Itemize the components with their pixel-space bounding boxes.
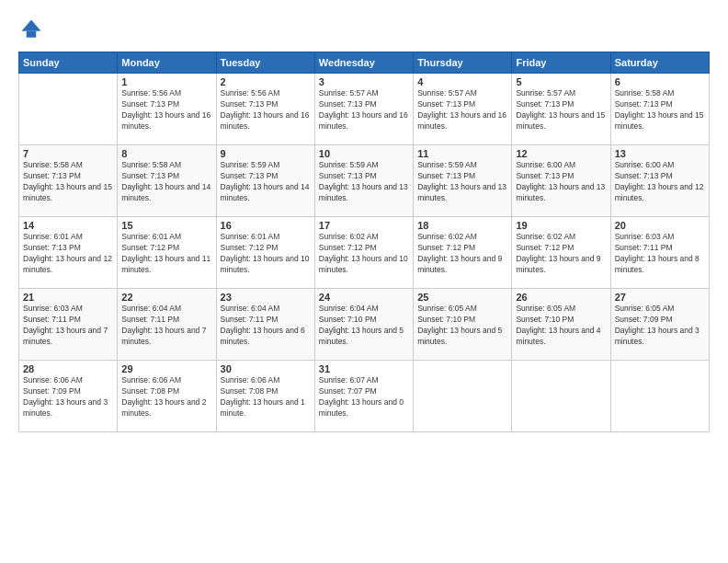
day-number: 17 — [319, 220, 409, 231]
day-number: 2 — [221, 76, 311, 87]
day-number: 31 — [319, 363, 409, 374]
day-info: Sunrise: 5:58 AMSunset: 7:13 PMDaylight:… — [615, 88, 704, 131]
day-number: 29 — [121, 363, 211, 374]
day-info: Sunrise: 5:59 AMSunset: 7:13 PMDaylight:… — [319, 160, 408, 202]
calendar-cell: 28 Sunrise: 6:06 AMSunset: 7:09 PMDaylig… — [19, 361, 118, 432]
calendar-cell: 15 Sunrise: 6:01 AMSunset: 7:12 PMDaylig… — [118, 217, 216, 289]
calendar-cell: 7 Sunrise: 5:58 AMSunset: 7:13 PMDayligh… — [19, 145, 118, 217]
calendar-cell: 20 Sunrise: 6:03 AMSunset: 7:11 PMDaylig… — [610, 217, 709, 289]
day-info: Sunrise: 6:00 AMSunset: 7:13 PMDaylight:… — [615, 160, 704, 202]
day-info: Sunrise: 6:03 AMSunset: 7:11 PMDaylight:… — [23, 304, 108, 346]
calendar-cell: 6 Sunrise: 5:58 AMSunset: 7:13 PMDayligh… — [610, 74, 709, 145]
calendar-cell: 24 Sunrise: 6:04 AMSunset: 7:10 PMDaylig… — [314, 289, 413, 361]
calendar-week-2: 7 Sunrise: 5:58 AMSunset: 7:13 PMDayligh… — [19, 145, 710, 217]
weekday-header-monday: Monday — [118, 52, 216, 74]
calendar-cell: 29 Sunrise: 6:06 AMSunset: 7:08 PMDaylig… — [118, 361, 216, 432]
day-info: Sunrise: 6:04 AMSunset: 7:11 PMDaylight:… — [221, 304, 305, 346]
day-info: Sunrise: 5:57 AMSunset: 7:13 PMDaylight:… — [319, 88, 408, 131]
day-info: Sunrise: 6:01 AMSunset: 7:12 PMDaylight:… — [221, 232, 310, 274]
calendar-cell — [19, 74, 118, 145]
day-number: 4 — [417, 76, 507, 87]
calendar-cell: 19 Sunrise: 6:02 AMSunset: 7:12 PMDaylig… — [512, 217, 610, 289]
day-info: Sunrise: 6:03 AMSunset: 7:11 PMDaylight:… — [615, 232, 700, 274]
day-number: 19 — [516, 220, 606, 231]
day-number: 9 — [221, 148, 311, 159]
day-info: Sunrise: 6:06 AMSunset: 7:08 PMDaylight:… — [121, 375, 206, 418]
day-info: Sunrise: 6:01 AMSunset: 7:13 PMDaylight:… — [23, 232, 112, 274]
day-number: 12 — [516, 148, 606, 159]
calendar-cell: 4 Sunrise: 5:57 AMSunset: 7:13 PMDayligh… — [414, 74, 512, 145]
day-number: 22 — [121, 292, 211, 303]
day-info: Sunrise: 5:59 AMSunset: 7:13 PMDaylight:… — [221, 160, 310, 202]
day-number: 30 — [221, 363, 311, 374]
day-number: 14 — [23, 220, 113, 231]
logo-icon — [18, 17, 44, 42]
day-number: 5 — [516, 76, 606, 87]
day-info: Sunrise: 5:57 AMSunset: 7:13 PMDaylight:… — [516, 88, 605, 131]
day-info: Sunrise: 6:01 AMSunset: 7:12 PMDaylight:… — [121, 232, 210, 274]
calendar-cell: 27 Sunrise: 6:05 AMSunset: 7:09 PMDaylig… — [610, 289, 709, 361]
calendar-cell: 14 Sunrise: 6:01 AMSunset: 7:13 PMDaylig… — [19, 217, 118, 289]
day-number: 10 — [319, 148, 409, 159]
day-info: Sunrise: 6:06 AMSunset: 7:08 PMDaylight:… — [221, 375, 305, 418]
day-info: Sunrise: 5:58 AMSunset: 7:13 PMDaylight:… — [23, 160, 112, 202]
calendar-week-4: 21 Sunrise: 6:03 AMSunset: 7:11 PMDaylig… — [19, 289, 710, 361]
day-info: Sunrise: 6:05 AMSunset: 7:09 PMDaylight:… — [615, 304, 700, 346]
day-info: Sunrise: 6:02 AMSunset: 7:12 PMDaylight:… — [516, 232, 600, 274]
day-info: Sunrise: 6:00 AMSunset: 7:13 PMDaylight:… — [516, 160, 605, 202]
day-number: 28 — [23, 363, 113, 374]
weekday-header-wednesday: Wednesday — [314, 52, 413, 74]
day-number: 7 — [23, 148, 113, 159]
weekday-header-saturday: Saturday — [610, 52, 709, 74]
svg-rect-1 — [27, 31, 37, 38]
weekday-header-row: SundayMondayTuesdayWednesdayThursdayFrid… — [19, 52, 710, 74]
day-number: 21 — [23, 292, 113, 303]
day-info: Sunrise: 6:04 AMSunset: 7:11 PMDaylight:… — [121, 304, 206, 346]
day-info: Sunrise: 5:58 AMSunset: 7:13 PMDaylight:… — [121, 160, 210, 202]
day-number: 3 — [319, 76, 409, 87]
calendar-cell: 21 Sunrise: 6:03 AMSunset: 7:11 PMDaylig… — [19, 289, 118, 361]
day-info: Sunrise: 6:04 AMSunset: 7:10 PMDaylight:… — [319, 304, 404, 346]
calendar-cell: 11 Sunrise: 5:59 AMSunset: 7:13 PMDaylig… — [414, 145, 512, 217]
day-number: 1 — [121, 76, 211, 87]
calendar-cell: 30 Sunrise: 6:06 AMSunset: 7:08 PMDaylig… — [216, 361, 314, 432]
calendar-cell: 3 Sunrise: 5:57 AMSunset: 7:13 PMDayligh… — [314, 74, 413, 145]
calendar-cell — [512, 361, 610, 432]
day-number: 27 — [615, 292, 705, 303]
day-info: Sunrise: 6:02 AMSunset: 7:12 PMDaylight:… — [319, 232, 408, 274]
day-info: Sunrise: 6:05 AMSunset: 7:10 PMDaylight:… — [417, 304, 502, 346]
weekday-header-sunday: Sunday — [19, 52, 118, 74]
calendar-week-5: 28 Sunrise: 6:06 AMSunset: 7:09 PMDaylig… — [19, 361, 710, 432]
day-number: 11 — [417, 148, 507, 159]
day-info: Sunrise: 5:56 AMSunset: 7:13 PMDaylight:… — [121, 88, 210, 131]
day-info: Sunrise: 5:57 AMSunset: 7:13 PMDaylight:… — [417, 88, 506, 131]
day-number: 15 — [121, 220, 211, 231]
calendar-cell: 5 Sunrise: 5:57 AMSunset: 7:13 PMDayligh… — [512, 74, 610, 145]
calendar-cell: 10 Sunrise: 5:59 AMSunset: 7:13 PMDaylig… — [314, 145, 413, 217]
calendar-table: SundayMondayTuesdayWednesdayThursdayFrid… — [18, 52, 710, 432]
calendar-cell: 13 Sunrise: 6:00 AMSunset: 7:13 PMDaylig… — [610, 145, 709, 217]
page: SundayMondayTuesdayWednesdayThursdayFrid… — [0, 0, 728, 563]
calendar-cell: 26 Sunrise: 6:05 AMSunset: 7:10 PMDaylig… — [512, 289, 610, 361]
day-number: 23 — [221, 292, 311, 303]
calendar-cell: 22 Sunrise: 6:04 AMSunset: 7:11 PMDaylig… — [118, 289, 216, 361]
calendar-cell: 1 Sunrise: 5:56 AMSunset: 7:13 PMDayligh… — [118, 74, 216, 145]
weekday-header-friday: Friday — [512, 52, 610, 74]
logo — [18, 17, 48, 42]
calendar-cell: 16 Sunrise: 6:01 AMSunset: 7:12 PMDaylig… — [216, 217, 314, 289]
calendar-cell: 2 Sunrise: 5:56 AMSunset: 7:13 PMDayligh… — [216, 74, 314, 145]
day-number: 18 — [417, 220, 507, 231]
calendar-week-3: 14 Sunrise: 6:01 AMSunset: 7:13 PMDaylig… — [19, 217, 710, 289]
day-number: 20 — [615, 220, 705, 231]
weekday-header-tuesday: Tuesday — [216, 52, 314, 74]
calendar-cell: 25 Sunrise: 6:05 AMSunset: 7:10 PMDaylig… — [414, 289, 512, 361]
day-number: 25 — [417, 292, 507, 303]
day-number: 24 — [319, 292, 409, 303]
calendar-cell: 31 Sunrise: 6:07 AMSunset: 7:07 PMDaylig… — [314, 361, 413, 432]
day-info: Sunrise: 5:56 AMSunset: 7:13 PMDaylight:… — [221, 88, 310, 131]
calendar-cell: 17 Sunrise: 6:02 AMSunset: 7:12 PMDaylig… — [314, 217, 413, 289]
svg-marker-0 — [22, 20, 41, 31]
calendar-cell: 23 Sunrise: 6:04 AMSunset: 7:11 PMDaylig… — [216, 289, 314, 361]
calendar-cell: 12 Sunrise: 6:00 AMSunset: 7:13 PMDaylig… — [512, 145, 610, 217]
day-info: Sunrise: 6:06 AMSunset: 7:09 PMDaylight:… — [23, 375, 108, 418]
